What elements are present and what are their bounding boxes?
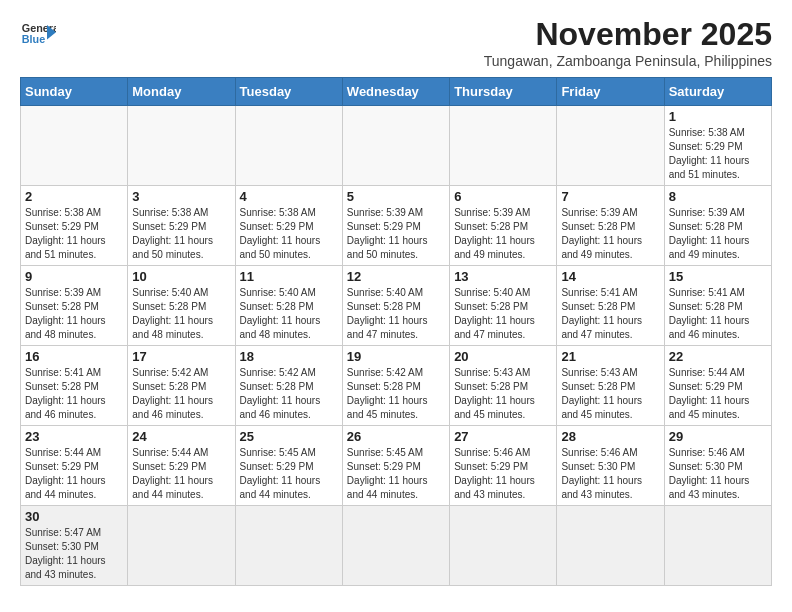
day-19: 19 Sunrise: 5:42 AM Sunset: 5:28 PM Dayl… (342, 346, 449, 426)
day-11: 11 Sunrise: 5:40 AM Sunset: 5:28 PM Dayl… (235, 266, 342, 346)
day-12: 12 Sunrise: 5:40 AM Sunset: 5:28 PM Dayl… (342, 266, 449, 346)
day-1-info: Sunrise: 5:38 AM Sunset: 5:29 PM Dayligh… (669, 126, 767, 182)
header-saturday: Saturday (664, 78, 771, 106)
day-29: 29 Sunrise: 5:46 AM Sunset: 5:30 PM Dayl… (664, 426, 771, 506)
empty-cell (557, 106, 664, 186)
empty-cell (664, 506, 771, 586)
empty-cell (128, 506, 235, 586)
logo: General Blue (20, 16, 56, 52)
header-wednesday: Wednesday (342, 78, 449, 106)
day-9: 9 Sunrise: 5:39 AM Sunset: 5:28 PM Dayli… (21, 266, 128, 346)
svg-text:Blue: Blue (22, 33, 45, 45)
day-27: 27 Sunrise: 5:46 AM Sunset: 5:29 PM Dayl… (450, 426, 557, 506)
weekday-header-row: Sunday Monday Tuesday Wednesday Thursday… (21, 78, 772, 106)
calendar-row-2: 2 Sunrise: 5:38 AM Sunset: 5:29 PM Dayli… (21, 186, 772, 266)
day-24: 24 Sunrise: 5:44 AM Sunset: 5:29 PM Dayl… (128, 426, 235, 506)
day-26: 26 Sunrise: 5:45 AM Sunset: 5:29 PM Dayl… (342, 426, 449, 506)
empty-cell (235, 506, 342, 586)
calendar-row-3: 9 Sunrise: 5:39 AM Sunset: 5:28 PM Dayli… (21, 266, 772, 346)
title-block: November 2025 Tungawan, Zamboanga Penins… (484, 16, 772, 69)
day-4: 4 Sunrise: 5:38 AM Sunset: 5:29 PM Dayli… (235, 186, 342, 266)
day-17: 17 Sunrise: 5:42 AM Sunset: 5:28 PM Dayl… (128, 346, 235, 426)
day-8: 8 Sunrise: 5:39 AM Sunset: 5:28 PM Dayli… (664, 186, 771, 266)
empty-cell (342, 506, 449, 586)
day-7: 7 Sunrise: 5:39 AM Sunset: 5:28 PM Dayli… (557, 186, 664, 266)
day-28: 28 Sunrise: 5:46 AM Sunset: 5:30 PM Dayl… (557, 426, 664, 506)
day-5: 5 Sunrise: 5:39 AM Sunset: 5:29 PM Dayli… (342, 186, 449, 266)
day-14: 14 Sunrise: 5:41 AM Sunset: 5:28 PM Dayl… (557, 266, 664, 346)
page-header: General Blue November 2025 Tungawan, Zam… (20, 16, 772, 69)
day-18: 18 Sunrise: 5:42 AM Sunset: 5:28 PM Dayl… (235, 346, 342, 426)
empty-cell (235, 106, 342, 186)
day-10: 10 Sunrise: 5:40 AM Sunset: 5:28 PM Dayl… (128, 266, 235, 346)
calendar-row-6: 30 Sunrise: 5:47 AM Sunset: 5:30 PM Dayl… (21, 506, 772, 586)
header-friday: Friday (557, 78, 664, 106)
day-30: 30 Sunrise: 5:47 AM Sunset: 5:30 PM Dayl… (21, 506, 128, 586)
day-23: 23 Sunrise: 5:44 AM Sunset: 5:29 PM Dayl… (21, 426, 128, 506)
day-1: 1 Sunrise: 5:38 AM Sunset: 5:29 PM Dayli… (664, 106, 771, 186)
calendar-row-5: 23 Sunrise: 5:44 AM Sunset: 5:29 PM Dayl… (21, 426, 772, 506)
day-13: 13 Sunrise: 5:40 AM Sunset: 5:28 PM Dayl… (450, 266, 557, 346)
header-monday: Monday (128, 78, 235, 106)
header-thursday: Thursday (450, 78, 557, 106)
day-2: 2 Sunrise: 5:38 AM Sunset: 5:29 PM Dayli… (21, 186, 128, 266)
day-22: 22 Sunrise: 5:44 AM Sunset: 5:29 PM Dayl… (664, 346, 771, 426)
empty-cell (557, 506, 664, 586)
day-15: 15 Sunrise: 5:41 AM Sunset: 5:28 PM Dayl… (664, 266, 771, 346)
header-sunday: Sunday (21, 78, 128, 106)
empty-cell (450, 106, 557, 186)
header-tuesday: Tuesday (235, 78, 342, 106)
month-title: November 2025 (484, 16, 772, 53)
logo-icon: General Blue (20, 16, 56, 52)
day-21: 21 Sunrise: 5:43 AM Sunset: 5:28 PM Dayl… (557, 346, 664, 426)
day-16: 16 Sunrise: 5:41 AM Sunset: 5:28 PM Dayl… (21, 346, 128, 426)
day-3: 3 Sunrise: 5:38 AM Sunset: 5:29 PM Dayli… (128, 186, 235, 266)
calendar-row-4: 16 Sunrise: 5:41 AM Sunset: 5:28 PM Dayl… (21, 346, 772, 426)
day-20: 20 Sunrise: 5:43 AM Sunset: 5:28 PM Dayl… (450, 346, 557, 426)
location-subtitle: Tungawan, Zamboanga Peninsula, Philippin… (484, 53, 772, 69)
empty-cell (21, 106, 128, 186)
calendar-row-1: 1 Sunrise: 5:38 AM Sunset: 5:29 PM Dayli… (21, 106, 772, 186)
day-25: 25 Sunrise: 5:45 AM Sunset: 5:29 PM Dayl… (235, 426, 342, 506)
empty-cell (342, 106, 449, 186)
empty-cell (128, 106, 235, 186)
empty-cell (450, 506, 557, 586)
day-6: 6 Sunrise: 5:39 AM Sunset: 5:28 PM Dayli… (450, 186, 557, 266)
calendar-table: Sunday Monday Tuesday Wednesday Thursday… (20, 77, 772, 586)
